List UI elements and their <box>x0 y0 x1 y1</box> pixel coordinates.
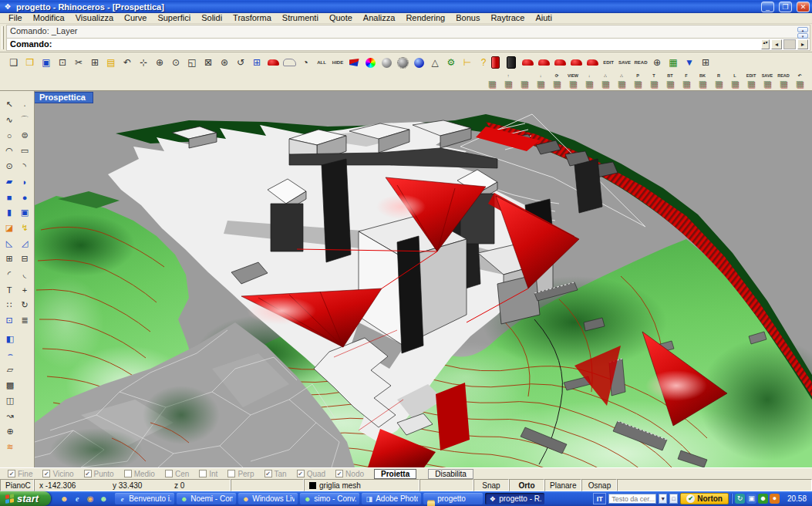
mesh-move-up-icon[interactable]: ↑ ▦ <box>500 73 516 89</box>
checkbox-icon[interactable]: ✔ <box>84 470 92 477</box>
options-gear-icon[interactable]: ⚙ <box>443 55 459 70</box>
zoom-extents-icon[interactable]: ⊛ <box>217 55 232 70</box>
perspective-viewport[interactable]: Prospettica <box>35 91 812 467</box>
cplane-target-icon[interactable]: ⊕ <box>2 424 18 439</box>
render-edit-icon[interactable]: EDIT <box>601 55 616 70</box>
mesh-rotate-icon[interactable]: ⟳ ▦ <box>549 73 564 89</box>
minimize-button[interactable]: _ <box>761 2 774 12</box>
mesh-back-icon[interactable]: BK ▦ <box>695 73 710 89</box>
viewport-label[interactable]: Prospettica <box>35 92 93 103</box>
dimension-tool-icon[interactable]: ⊢ <box>460 55 475 70</box>
undo-icon[interactable]: ↶ <box>120 55 135 70</box>
surface-plane-icon[interactable]: ▰ <box>2 174 17 189</box>
orient-icon[interactable]: ↝ <box>2 409 18 423</box>
color-wheel-icon[interactable] <box>362 55 378 70</box>
mesh-right-icon[interactable]: R ▦ <box>711 73 726 89</box>
car-front-icon[interactable] <box>552 55 568 70</box>
proietta-button[interactable]: Proietta <box>374 469 416 479</box>
mesh-drop-icon[interactable]: ↓ ▦ <box>533 73 548 89</box>
copy-icon[interactable]: ⊞ <box>87 55 103 70</box>
surface-patch-icon[interactable]: ◗ <box>17 174 32 189</box>
curve-control-icon[interactable]: ⌒ <box>17 113 32 127</box>
checkbox-icon[interactable] <box>165 470 173 477</box>
new-file-icon[interactable]: ❑ <box>6 55 22 70</box>
status-toggle[interactable]: Planare <box>544 479 581 491</box>
checkbox-icon[interactable]: ✔ <box>8 470 15 477</box>
checkbox-icon[interactable] <box>227 470 235 477</box>
mesh-save-icon[interactable]: SAVE ▦ <box>760 73 775 89</box>
osnap-toggle[interactable]: ✔ Quad <box>297 470 325 478</box>
osnap-toggle[interactable]: Perp <box>227 470 254 478</box>
solid-sphere-icon[interactable]: ● <box>17 190 32 204</box>
render-save-icon[interactable]: SAVE <box>617 55 632 70</box>
checkbox-icon[interactable]: ✔ <box>297 470 305 477</box>
command-scroll-right-button[interactable]: ▸ <box>797 39 808 49</box>
show-all-icon[interactable]: ALL <box>314 55 329 70</box>
mesh-points2-icon[interactable]: ∴ ▦ <box>614 73 629 89</box>
car-turn-icon[interactable] <box>585 55 600 70</box>
explode-icon[interactable]: ↯ <box>17 221 32 235</box>
open-file-icon[interactable]: ❒ <box>22 55 38 70</box>
mesh-bottom-icon[interactable]: BT ▦ <box>662 73 678 89</box>
menu-item[interactable]: Strumenti <box>277 13 324 23</box>
extend-curve-icon[interactable]: ◟ <box>17 267 32 282</box>
osnap-toggle[interactable]: ✔ Tan <box>264 470 287 478</box>
array-icon[interactable]: ∷ <box>2 298 17 312</box>
render-sphere-icon[interactable] <box>379 55 394 70</box>
mesh-read-icon[interactable]: READ ▦ <box>776 73 791 89</box>
cut-icon[interactable]: ✂ <box>71 55 86 70</box>
layer-field[interactable]: griglia mesh <box>304 479 419 491</box>
undo-view-icon[interactable]: ↺ <box>233 55 248 70</box>
search-dropdown-button[interactable]: ▼ <box>659 494 667 504</box>
mesh-drop2-icon[interactable]: ↓ ▦ <box>581 73 597 89</box>
language-indicator[interactable]: IT <box>593 493 606 504</box>
toolbar-grip[interactable] <box>2 26 4 49</box>
taskbar-task[interactable]: ☻ Windows Liv... <box>238 493 298 504</box>
rectangle-icon[interactable]: ▭ <box>17 143 32 158</box>
restore-button[interactable]: ❐ <box>779 2 792 12</box>
mesh-plain-icon[interactable]: ▦ <box>484 73 500 89</box>
menu-item[interactable]: Superfici <box>152 13 196 23</box>
osnap-toggle[interactable]: ✔ Nodo <box>335 470 364 478</box>
command-scroll-left-button[interactable]: ◂ <box>771 39 782 49</box>
pan-icon[interactable]: ⊹ <box>136 55 151 70</box>
taskbar-task[interactable]: ❖ progetto - R... <box>485 493 544 504</box>
hide-objects-icon[interactable]: HIDE <box>330 55 345 70</box>
join-icon[interactable]: ⊞ <box>2 251 17 266</box>
menu-item[interactable]: Raytrace <box>485 13 530 23</box>
menu-item[interactable]: Solidi <box>196 13 227 23</box>
network-icon[interactable]: ▣ <box>746 494 756 504</box>
rotate-view-icon[interactable]: ⊕ <box>152 55 167 70</box>
car-side-icon[interactable] <box>536 55 551 70</box>
mesh-left-icon[interactable]: L ▦ <box>727 73 743 89</box>
osnap-toggle[interactable]: ✔ Fine <box>8 470 32 478</box>
paste-icon[interactable]: ▤ <box>103 55 119 70</box>
mesh-edit-icon[interactable]: EDIT ▦ <box>743 73 759 89</box>
menu-item[interactable]: File <box>3 13 28 23</box>
viewport-grid-icon[interactable]: ⊞ <box>698 55 713 70</box>
osnap-toggle[interactable]: Int <box>199 470 217 478</box>
disabilita-button[interactable]: Disabilita <box>428 469 473 479</box>
cylinder-icon[interactable]: ▮ <box>2 205 17 220</box>
cplane-field[interactable]: PianoC <box>0 479 34 491</box>
checkbox-icon[interactable]: ✔ <box>42 470 50 477</box>
taskbar-task[interactable]: ☻ Noemi - Con... <box>177 493 236 504</box>
crosshair-target-icon[interactable]: ⊕ <box>649 55 665 70</box>
osnap-toggle[interactable]: Medio <box>124 470 155 478</box>
status-toggle[interactable]: Osnap <box>581 479 617 491</box>
render-read-icon[interactable]: READ <box>633 55 649 70</box>
layer-flag-icon[interactable] <box>346 55 362 70</box>
search-input[interactable]: Testo da cer... <box>608 494 656 504</box>
menu-item[interactable]: Rendering <box>400 13 450 23</box>
taskbar-task[interactable]: e Benvenuto i... <box>115 493 174 504</box>
area-icon[interactable]: ▱ <box>2 363 18 377</box>
command-split-up-button[interactable]: ▴ <box>797 27 808 32</box>
mesh-undo-icon[interactable]: ↶ ▦ <box>792 73 807 89</box>
ellipse-icon[interactable]: ⊜ <box>17 128 32 143</box>
messenger-status-icon[interactable]: ☻ <box>758 494 768 504</box>
status-toggle[interactable]: Snap <box>473 479 509 491</box>
text-icon[interactable]: T <box>2 282 17 297</box>
point-icon[interactable]: ∙ <box>17 97 32 112</box>
mesh-plain2-icon[interactable]: ▦ <box>517 73 532 89</box>
menu-item[interactable]: Visualizza <box>70 13 119 23</box>
